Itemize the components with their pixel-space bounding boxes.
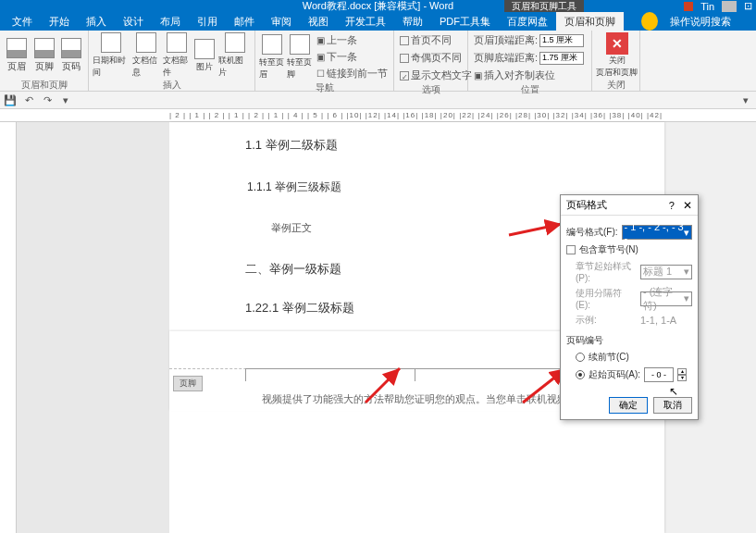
chapter-start-label: 章节起始样式(P): xyxy=(576,260,637,283)
tab-layout[interactable]: 布局 xyxy=(152,12,189,31)
diff-first-checkbox[interactable]: 首页不同 xyxy=(398,32,474,48)
example-label: 示例: xyxy=(576,314,637,327)
start-at-radio[interactable] xyxy=(576,370,585,379)
separator-label: 使用分隔符(E): xyxy=(576,287,637,310)
number-format-label: 编号格式(F): xyxy=(566,226,618,239)
horizontal-ruler[interactable]: | 2 | | 1 | | 2 | | 1 | | 2 | | 1 | | 4 … xyxy=(169,109,756,121)
link-previous-button[interactable]: ☐ 链接到前一节 xyxy=(315,66,390,81)
datetime-button[interactable]: 日期和时间 xyxy=(93,32,130,79)
tab-header-footer[interactable]: 页眉和页脚 xyxy=(556,12,624,31)
tab-baidu[interactable]: 百度网盘 xyxy=(499,12,556,31)
start-at-stepper[interactable]: ▴▾ xyxy=(677,368,687,381)
previous-button[interactable]: ▣ 上一条 xyxy=(315,32,390,48)
number-format-combo[interactable]: - 1 -, - 2 -, - 3 -,...▾ xyxy=(622,225,692,240)
header-top-spinner[interactable] xyxy=(539,34,584,47)
group-navigation: 导航 xyxy=(259,81,390,96)
tab-references[interactable]: 引用 xyxy=(189,12,226,31)
tab-developer[interactable]: 开发工具 xyxy=(337,12,394,31)
heading-2: 1.1 举例二级标题 xyxy=(245,137,664,154)
group-options: 选项 xyxy=(398,83,464,98)
cancel-button[interactable]: 取消 xyxy=(653,397,692,414)
chapter-start-combo: 标题 1▾ xyxy=(640,265,692,279)
close-header-footer-button[interactable]: ✕ 关闭 页眉和页脚 xyxy=(596,32,638,79)
tab-insert[interactable]: 插入 xyxy=(78,12,115,31)
footer-tag: 页脚 xyxy=(173,376,203,391)
tab-help[interactable]: 帮助 xyxy=(394,12,431,31)
quick-parts-button[interactable]: 文档部件 xyxy=(163,32,192,79)
tab-view[interactable]: 视图 xyxy=(300,12,337,31)
doc-info-button[interactable]: 文档信息 xyxy=(132,32,161,79)
ok-button[interactable]: 确定 xyxy=(609,397,648,414)
continue-label: 续前节(C) xyxy=(589,351,629,364)
notification-icon[interactable] xyxy=(684,2,693,11)
next-button[interactable]: ▣ 下一条 xyxy=(315,49,390,65)
ribbon-toggle-icon[interactable]: ⊡ xyxy=(744,0,752,12)
page-numbering-section: 页码编号 xyxy=(566,334,692,347)
vertical-ruler[interactable] xyxy=(0,122,17,533)
bulb-icon xyxy=(641,12,658,31)
group-position: 位置 xyxy=(472,83,588,98)
heading-3: 1.1.1 举例三级标题 xyxy=(247,180,664,195)
tab-design[interactable]: 设计 xyxy=(115,12,152,31)
qat-customize-icon[interactable]: ▾ xyxy=(739,93,752,106)
group-insert: 插入 xyxy=(93,79,251,93)
goto-header-button[interactable]: 转至页眉 xyxy=(259,34,285,81)
footer-button[interactable]: 页脚 xyxy=(31,32,57,79)
group-close: 关闭 xyxy=(596,79,636,93)
help-icon[interactable]: ? xyxy=(669,200,675,211)
close-icon: ✕ xyxy=(606,32,628,55)
footer-bottom-spinner[interactable] xyxy=(539,52,584,65)
diff-odd-even-checkbox[interactable]: 奇偶页不同 xyxy=(398,50,474,66)
header-button[interactable]: 页眉 xyxy=(4,32,30,79)
qat-more-icon[interactable]: ▾ xyxy=(59,93,72,106)
header-top-label: 页眉顶端距离: xyxy=(474,33,538,47)
tell-me-search[interactable]: 操作说明搜索 xyxy=(633,12,748,31)
include-chapter-checkbox[interactable] xyxy=(566,245,576,254)
online-pictures-button[interactable]: 联机图片 xyxy=(218,32,251,79)
include-chapter-label: 包含章节号(N) xyxy=(579,243,638,256)
tab-file[interactable]: 文件 xyxy=(4,12,41,31)
page-number-button[interactable]: 页码 xyxy=(58,32,84,79)
cursor-icon: ↖ xyxy=(669,385,678,398)
close-icon[interactable]: ✕ xyxy=(683,199,692,212)
start-at-input[interactable] xyxy=(644,367,674,382)
tab-mailings[interactable]: 邮件 xyxy=(226,12,263,31)
example-value: 1-1, 1-A xyxy=(640,315,676,326)
body-text: 视频提供了功能强大的方法帮助您证明您的观点。当您单击联机视频时，可 xyxy=(262,392,598,406)
show-doc-text-checkbox[interactable]: 显示文档文字 xyxy=(398,68,474,83)
undo-icon[interactable]: ↶ xyxy=(22,93,35,106)
continue-radio[interactable] xyxy=(576,353,585,362)
dialog-title: 页码格式 xyxy=(566,198,607,212)
tab-pdf[interactable]: PDF工具集 xyxy=(431,12,499,31)
footer-bottom-label: 页脚底端距离: xyxy=(474,51,538,65)
tab-review[interactable]: 审阅 xyxy=(263,12,300,31)
contextual-tool-label: 页眉和页脚工具 xyxy=(504,0,584,12)
pictures-button[interactable]: 图片 xyxy=(193,32,217,79)
avatar[interactable] xyxy=(722,1,737,12)
start-at-label: 起始页码(A): xyxy=(589,368,640,381)
separator-combo: - (连字符)▾ xyxy=(640,291,692,306)
save-icon[interactable]: 💾 xyxy=(4,93,17,106)
group-header-footer: 页眉和页脚 xyxy=(4,79,84,93)
tab-home[interactable]: 开始 xyxy=(41,12,78,31)
goto-footer-button[interactable]: 转至页脚 xyxy=(287,34,313,81)
redo-icon[interactable]: ↷ xyxy=(41,93,54,106)
user-name: Tin xyxy=(700,1,714,12)
document-title: Word教程.docx [兼容模式] - Word xyxy=(0,0,756,13)
insert-align-tab-button[interactable]: ▣ 插入对齐制表位 xyxy=(472,68,586,83)
